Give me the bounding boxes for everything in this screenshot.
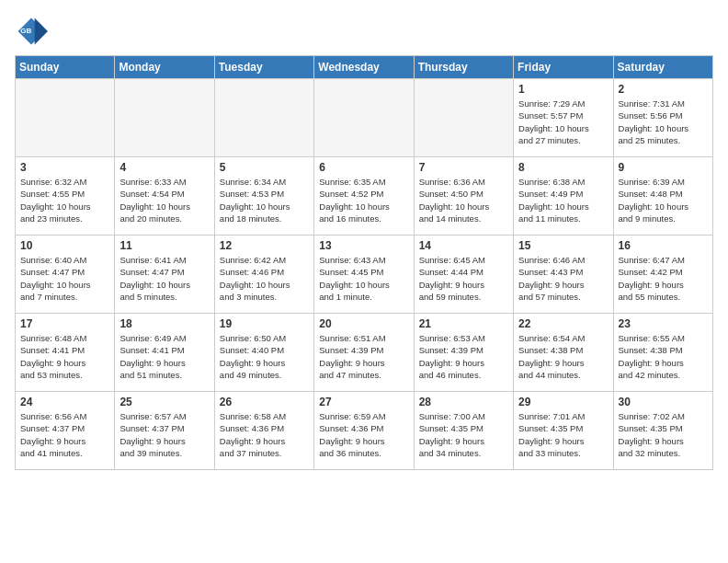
calendar-cell (314, 79, 414, 157)
calendar-cell: 26Sunrise: 6:58 AM Sunset: 4:36 PM Dayli… (214, 392, 313, 470)
day-info: Sunrise: 6:33 AM Sunset: 4:54 PM Dayligh… (119, 176, 209, 224)
day-info: Sunrise: 6:35 AM Sunset: 4:52 PM Dayligh… (319, 176, 408, 224)
calendar-cell: 30Sunrise: 7:02 AM Sunset: 4:35 PM Dayli… (613, 392, 712, 470)
calendar-table: SundayMondayTuesdayWednesdayThursdayFrid… (15, 55, 713, 470)
day-number: 28 (419, 396, 508, 408)
day-number: 4 (119, 161, 209, 174)
day-info: Sunrise: 6:48 AM Sunset: 4:41 PM Dayligh… (20, 332, 109, 381)
day-number: 1 (518, 83, 608, 96)
calendar-cell: 8Sunrise: 6:38 AM Sunset: 4:49 PM Daylig… (514, 157, 613, 236)
day-info: Sunrise: 6:54 AM Sunset: 4:38 PM Dayligh… (518, 332, 608, 381)
day-number: 5 (220, 161, 309, 174)
day-info: Sunrise: 6:58 AM Sunset: 4:36 PM Dayligh… (220, 410, 309, 459)
calendar-cell: 21Sunrise: 6:53 AM Sunset: 4:39 PM Dayli… (414, 314, 513, 392)
day-info: Sunrise: 7:02 AM Sunset: 4:35 PM Dayligh… (619, 410, 708, 459)
calendar-cell: 9Sunrise: 6:39 AM Sunset: 4:48 PM Daylig… (613, 157, 712, 236)
day-info: Sunrise: 6:53 AM Sunset: 4:39 PM Dayligh… (419, 332, 508, 381)
page-header: GB (15, 15, 713, 48)
day-number: 30 (619, 396, 708, 408)
calendar-week-row: 17Sunrise: 6:48 AM Sunset: 4:41 PM Dayli… (16, 314, 713, 392)
day-number: 14 (419, 239, 508, 252)
weekday-header: Thursday (414, 56, 513, 79)
calendar-cell: 14Sunrise: 6:45 AM Sunset: 4:44 PM Dayli… (414, 236, 513, 314)
calendar-cell: 3Sunrise: 6:32 AM Sunset: 4:55 PM Daylig… (16, 157, 115, 236)
calendar-header-row: SundayMondayTuesdayWednesdayThursdayFrid… (16, 56, 713, 79)
day-number: 7 (419, 161, 508, 174)
calendar-cell (16, 79, 115, 157)
calendar-cell: 10Sunrise: 6:40 AM Sunset: 4:47 PM Dayli… (16, 236, 115, 314)
day-info: Sunrise: 6:39 AM Sunset: 4:48 PM Dayligh… (619, 176, 708, 224)
day-number: 18 (119, 317, 209, 330)
day-number: 12 (220, 239, 309, 252)
day-number: 19 (220, 317, 309, 330)
calendar-cell: 1Sunrise: 7:29 AM Sunset: 5:57 PM Daylig… (514, 79, 613, 157)
calendar-cell (115, 79, 214, 157)
day-info: Sunrise: 6:57 AM Sunset: 4:37 PM Dayligh… (119, 410, 209, 459)
calendar-cell: 19Sunrise: 6:50 AM Sunset: 4:40 PM Dayli… (214, 314, 313, 392)
calendar-cell: 15Sunrise: 6:46 AM Sunset: 4:43 PM Dayli… (514, 236, 613, 314)
logo: GB (15, 15, 51, 48)
calendar-cell: 2Sunrise: 7:31 AM Sunset: 5:56 PM Daylig… (613, 79, 712, 157)
day-info: Sunrise: 6:46 AM Sunset: 4:43 PM Dayligh… (518, 254, 608, 303)
day-number: 15 (518, 239, 608, 252)
day-number: 20 (319, 317, 408, 330)
day-number: 10 (20, 239, 109, 252)
calendar-cell: 6Sunrise: 6:35 AM Sunset: 4:52 PM Daylig… (314, 157, 414, 236)
calendar-cell: 20Sunrise: 6:51 AM Sunset: 4:39 PM Dayli… (314, 314, 414, 392)
day-info: Sunrise: 7:00 AM Sunset: 4:35 PM Dayligh… (419, 410, 508, 459)
day-number: 25 (119, 396, 209, 408)
day-number: 11 (119, 239, 209, 252)
day-info: Sunrise: 6:45 AM Sunset: 4:44 PM Dayligh… (419, 254, 508, 303)
day-number: 24 (20, 396, 109, 408)
day-number: 29 (518, 396, 608, 408)
calendar-cell: 25Sunrise: 6:57 AM Sunset: 4:37 PM Dayli… (115, 392, 214, 470)
calendar-cell: 4Sunrise: 6:33 AM Sunset: 4:54 PM Daylig… (115, 157, 214, 236)
day-number: 17 (20, 317, 109, 330)
day-number: 26 (220, 396, 309, 408)
weekday-header: Sunday (16, 56, 115, 79)
calendar-week-row: 24Sunrise: 6:56 AM Sunset: 4:37 PM Dayli… (16, 392, 713, 470)
day-info: Sunrise: 6:59 AM Sunset: 4:36 PM Dayligh… (319, 410, 408, 459)
calendar-week-row: 1Sunrise: 7:29 AM Sunset: 5:57 PM Daylig… (16, 79, 713, 157)
day-info: Sunrise: 7:29 AM Sunset: 5:57 PM Dayligh… (518, 98, 608, 146)
day-info: Sunrise: 6:56 AM Sunset: 4:37 PM Dayligh… (20, 410, 109, 459)
day-info: Sunrise: 6:43 AM Sunset: 4:45 PM Dayligh… (319, 254, 408, 303)
day-info: Sunrise: 6:32 AM Sunset: 4:55 PM Dayligh… (20, 176, 109, 224)
weekday-header: Monday (115, 56, 214, 79)
calendar-cell: 18Sunrise: 6:49 AM Sunset: 4:41 PM Dayli… (115, 314, 214, 392)
day-number: 27 (319, 396, 408, 408)
day-info: Sunrise: 6:50 AM Sunset: 4:40 PM Dayligh… (220, 332, 309, 381)
weekday-header: Wednesday (314, 56, 414, 79)
calendar-cell: 7Sunrise: 6:36 AM Sunset: 4:50 PM Daylig… (414, 157, 513, 236)
calendar-cell: 5Sunrise: 6:34 AM Sunset: 4:53 PM Daylig… (214, 157, 313, 236)
day-info: Sunrise: 6:41 AM Sunset: 4:47 PM Dayligh… (119, 254, 209, 303)
calendar-cell: 16Sunrise: 6:47 AM Sunset: 4:42 PM Dayli… (613, 236, 712, 314)
logo-icon: GB (15, 15, 48, 48)
day-info: Sunrise: 6:42 AM Sunset: 4:46 PM Dayligh… (220, 254, 309, 303)
day-number: 16 (619, 239, 708, 252)
calendar-cell: 24Sunrise: 6:56 AM Sunset: 4:37 PM Dayli… (16, 392, 115, 470)
calendar-cell: 17Sunrise: 6:48 AM Sunset: 4:41 PM Dayli… (16, 314, 115, 392)
calendar-cell: 29Sunrise: 7:01 AM Sunset: 4:35 PM Dayli… (514, 392, 613, 470)
day-info: Sunrise: 6:40 AM Sunset: 4:47 PM Dayligh… (20, 254, 109, 303)
calendar-cell (414, 79, 513, 157)
day-number: 13 (319, 239, 408, 252)
calendar-cell: 12Sunrise: 6:42 AM Sunset: 4:46 PM Dayli… (214, 236, 313, 314)
day-info: Sunrise: 7:31 AM Sunset: 5:56 PM Dayligh… (619, 98, 708, 146)
day-info: Sunrise: 6:36 AM Sunset: 4:50 PM Dayligh… (419, 176, 508, 224)
calendar-week-row: 10Sunrise: 6:40 AM Sunset: 4:47 PM Dayli… (16, 236, 713, 314)
day-info: Sunrise: 6:55 AM Sunset: 4:38 PM Dayligh… (619, 332, 708, 381)
day-info: Sunrise: 7:01 AM Sunset: 4:35 PM Dayligh… (518, 410, 608, 459)
day-number: 21 (419, 317, 508, 330)
day-number: 2 (619, 83, 708, 96)
svg-marker-1 (35, 18, 48, 45)
calendar-cell: 11Sunrise: 6:41 AM Sunset: 4:47 PM Dayli… (115, 236, 214, 314)
calendar-cell: 27Sunrise: 6:59 AM Sunset: 4:36 PM Dayli… (314, 392, 414, 470)
day-info: Sunrise: 6:38 AM Sunset: 4:49 PM Dayligh… (518, 176, 608, 224)
day-number: 9 (619, 161, 708, 174)
day-number: 3 (20, 161, 109, 174)
svg-text:GB: GB (20, 27, 31, 35)
day-info: Sunrise: 6:51 AM Sunset: 4:39 PM Dayligh… (319, 332, 408, 381)
day-info: Sunrise: 6:47 AM Sunset: 4:42 PM Dayligh… (619, 254, 708, 303)
calendar-cell: 23Sunrise: 6:55 AM Sunset: 4:38 PM Dayli… (613, 314, 712, 392)
